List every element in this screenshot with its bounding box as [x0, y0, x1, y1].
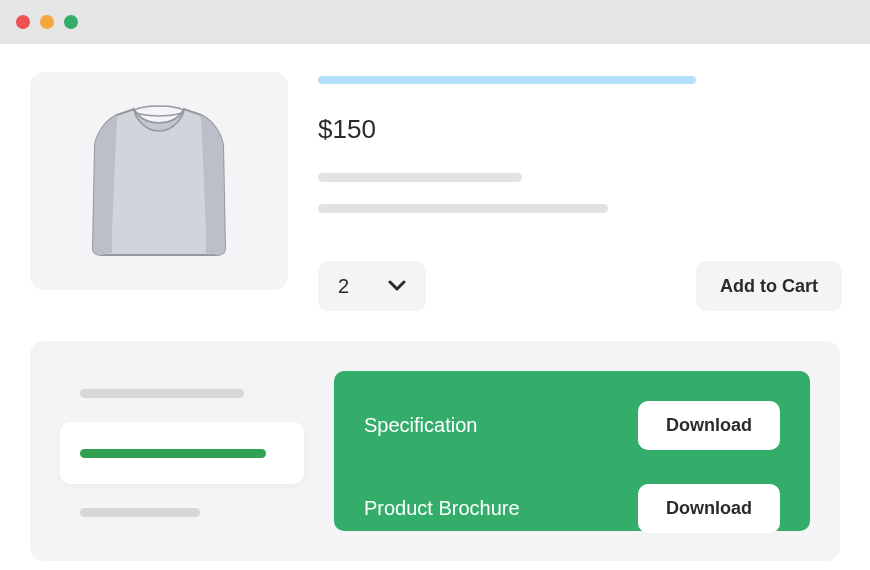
page-content: $150 2 Add to Cart [0, 44, 870, 570]
quantity-value: 2 [338, 275, 349, 298]
window-close-dot[interactable] [16, 15, 30, 29]
description-line-placeholder [318, 173, 522, 182]
window-minimize-dot[interactable] [40, 15, 54, 29]
action-row: 2 Add to Cart [318, 261, 842, 311]
tshirt-icon [89, 101, 229, 261]
tab-item-placeholder[interactable] [80, 389, 244, 398]
product-details: $150 2 Add to Cart [318, 72, 842, 311]
download-row: Product Brochure Download [364, 484, 780, 533]
download-button[interactable]: Download [638, 484, 780, 533]
product-image [30, 72, 288, 290]
download-row: Specification Download [364, 401, 780, 450]
description-line-placeholder [318, 204, 608, 213]
chevron-down-icon [388, 280, 406, 292]
download-label: Product Brochure [364, 497, 520, 520]
tab-item-active[interactable] [60, 422, 304, 484]
add-to-cart-button[interactable]: Add to Cart [696, 261, 842, 311]
info-tabs [60, 371, 304, 531]
svg-point-0 [135, 106, 183, 116]
download-label: Specification [364, 414, 477, 437]
tab-active-label-placeholder [80, 449, 266, 458]
product-title-placeholder [318, 76, 696, 84]
tab-item-placeholder[interactable] [80, 508, 200, 517]
window-chrome [0, 0, 870, 44]
download-button[interactable]: Download [638, 401, 780, 450]
quantity-selector[interactable]: 2 [318, 261, 426, 311]
window-maximize-dot[interactable] [64, 15, 78, 29]
product-top-row: $150 2 Add to Cart [30, 72, 840, 311]
product-price: $150 [318, 114, 842, 145]
downloads-card: Specification Download Product Brochure … [334, 371, 810, 531]
product-info-section: Specification Download Product Brochure … [30, 341, 840, 561]
